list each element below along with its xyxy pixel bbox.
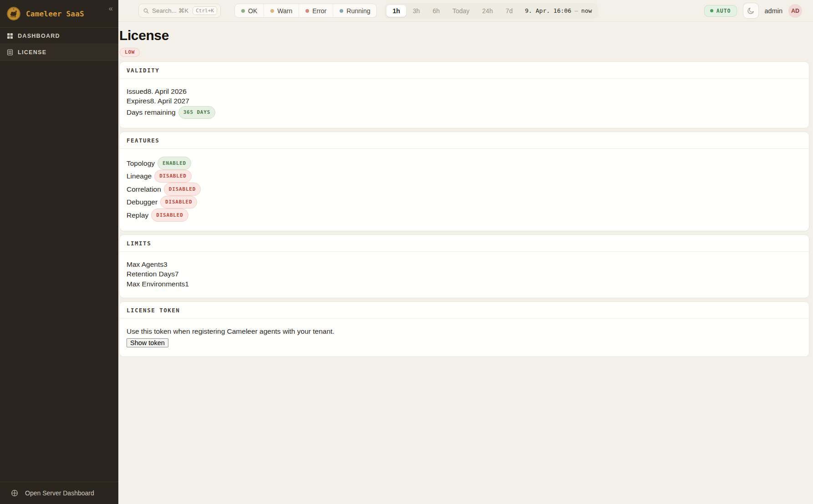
status-filter-running[interactable]: Running (333, 4, 376, 17)
feature-row-correlation: CorrelationDISABLED (127, 183, 802, 196)
section-title: VALIDITY (120, 62, 809, 79)
row-label: Correlation (127, 184, 161, 194)
search-input[interactable] (152, 7, 190, 14)
limits-card: LIMITS Max Agents3 Retention Days7 Max E… (119, 234, 809, 299)
time-range-7d[interactable]: 7d (500, 5, 519, 17)
license-page: License LOW VALIDITY Issued8. April 2026… (118, 22, 813, 357)
time-range-24h[interactable]: 24h (476, 5, 498, 17)
open-server-dashboard-link[interactable]: Open Server Dashboard (0, 482, 118, 504)
time-range-1h[interactable]: 1h (386, 5, 406, 17)
row-label: Lineage (127, 171, 152, 181)
cameleer-logo-icon (6, 6, 21, 21)
feature-row-replay: ReplayDISABLED (127, 209, 802, 222)
row-label: Topology (127, 158, 155, 168)
cards-stack: VALIDITY Issued8. April 2026 Expires8. A… (119, 61, 809, 357)
app-window: Cameleer SaaS « DASHBOARD LICENSE (0, 0, 813, 504)
validity-row-issued: Issued8. April 2026 (127, 87, 802, 97)
status-filter-label: OK (248, 7, 257, 15)
row-label: Issued (127, 87, 147, 97)
limits-card-body: Max Agents3 Retention Days7 Max Environm… (120, 252, 809, 298)
license-token-card-body: Use this token when registering Cameleer… (120, 319, 809, 356)
dark-mode-button[interactable] (743, 3, 759, 19)
row-value: 3 (163, 260, 168, 270)
feature-status-badge: DISABLED (154, 170, 191, 183)
token-description: Use this token when registering Cameleer… (127, 326, 802, 336)
status-filter-ok[interactable]: OK (235, 4, 264, 17)
search-input-wrapper[interactable]: Ctrl+K (138, 4, 221, 18)
feature-row-lineage: LineageDISABLED (127, 170, 802, 183)
time-separator: – (571, 7, 581, 14)
avatar[interactable]: AD (788, 4, 802, 18)
search-shortcut-kbd: Ctrl+K (193, 6, 217, 15)
row-label: Retention Days (127, 269, 175, 279)
sidebar-spacer (0, 61, 118, 482)
time-range-3h[interactable]: 3h (407, 5, 426, 17)
feature-status-badge: DISABLED (160, 196, 197, 209)
status-filter-label: Error (312, 7, 326, 15)
status-filter-group: OK Warn Error Running (234, 4, 377, 18)
status-filter-error[interactable]: Error (299, 4, 333, 17)
status-filter-label: Warn (277, 7, 292, 15)
time-from: 9. Apr. 16:06 (525, 7, 571, 14)
auto-status-dot (710, 9, 713, 12)
globe-icon (10, 489, 19, 497)
row-value: 1 (185, 279, 189, 289)
brand-title: Cameleer SaaS (26, 10, 84, 18)
search-icon (143, 8, 149, 14)
row-value: 7 (175, 269, 179, 279)
sidebar-header: Cameleer SaaS « (0, 0, 118, 28)
page-title: License (119, 28, 809, 43)
sidebar-footer-label: Open Server Dashboard (25, 489, 94, 497)
sidebar-item-label: DASHBOARD (18, 33, 60, 39)
status-filter-label: Running (346, 7, 370, 15)
validity-card-body: Issued8. April 2026 Expires8. April 2027… (120, 79, 809, 128)
sidebar-collapse-button[interactable]: « (109, 5, 113, 12)
username-label: admin (765, 7, 783, 15)
row-label: Days remaining (127, 107, 176, 117)
section-title: LICENSE TOKEN (120, 302, 809, 319)
auto-label: AUTO (716, 8, 731, 14)
show-token-button[interactable]: Show token (127, 338, 168, 347)
warn-status-dot (270, 9, 274, 13)
sidebar-item-license[interactable]: LICENSE (0, 44, 118, 61)
time-range-group: 1h 3h 6h Today 24h 7d 9. Apr. 16:06–now (385, 3, 598, 19)
section-title: FEATURES (120, 132, 809, 149)
topbar-right-cluster: AUTO admin AD (704, 3, 802, 19)
sidebar-item-dashboard[interactable]: DASHBOARD (0, 28, 118, 44)
validity-row-days-remaining: Days remaining365 DAYS (127, 106, 802, 119)
license-level-badge: LOW (120, 48, 140, 57)
main-area: Ctrl+K OK Warn Error Running (118, 0, 813, 504)
error-status-dot (305, 9, 309, 13)
feature-status-badge: DISABLED (164, 183, 201, 196)
topbar: Ctrl+K OK Warn Error Running (118, 0, 813, 22)
limit-row-max-environments: Max Environments1 (127, 279, 802, 289)
row-value: 8. April 2026 (147, 87, 187, 97)
section-title: LIMITS (120, 235, 809, 252)
sidebar-item-label: LICENSE (18, 49, 46, 56)
grid-icon (6, 32, 14, 40)
days-remaining-badge: 365 DAYS (178, 106, 215, 119)
time-range-6h[interactable]: 6h (427, 5, 446, 17)
validity-card: VALIDITY Issued8. April 2026 Expires8. A… (119, 61, 809, 129)
sidebar: Cameleer SaaS « DASHBOARD LICENSE (0, 0, 118, 504)
document-icon (6, 49, 14, 56)
ok-status-dot (241, 9, 245, 13)
limit-row-retention-days: Retention Days7 (127, 269, 802, 279)
feature-status-badge: ENABLED (158, 157, 191, 170)
auto-refresh-toggle[interactable]: AUTO (704, 5, 737, 17)
feature-row-debugger: DebuggerDISABLED (127, 196, 802, 209)
time-display[interactable]: 9. Apr. 16:06–now (525, 7, 592, 14)
status-filter-warn[interactable]: Warn (264, 4, 299, 17)
time-to: now (581, 7, 592, 14)
time-range-today[interactable]: Today (447, 5, 475, 17)
running-status-dot (340, 9, 343, 13)
moon-icon (747, 7, 755, 15)
row-value: 8. April 2027 (150, 96, 189, 106)
feature-row-topology: TopologyENABLED (127, 157, 802, 170)
row-label: Max Environments (127, 279, 185, 289)
validity-row-expires: Expires8. April 2027 (127, 96, 802, 106)
features-card-body: TopologyENABLED LineageDISABLED Correlat… (120, 149, 809, 231)
license-token-card: LICENSE TOKEN Use this token when regist… (119, 301, 809, 357)
row-label: Max Agents (127, 260, 163, 270)
feature-status-badge: DISABLED (151, 209, 188, 222)
